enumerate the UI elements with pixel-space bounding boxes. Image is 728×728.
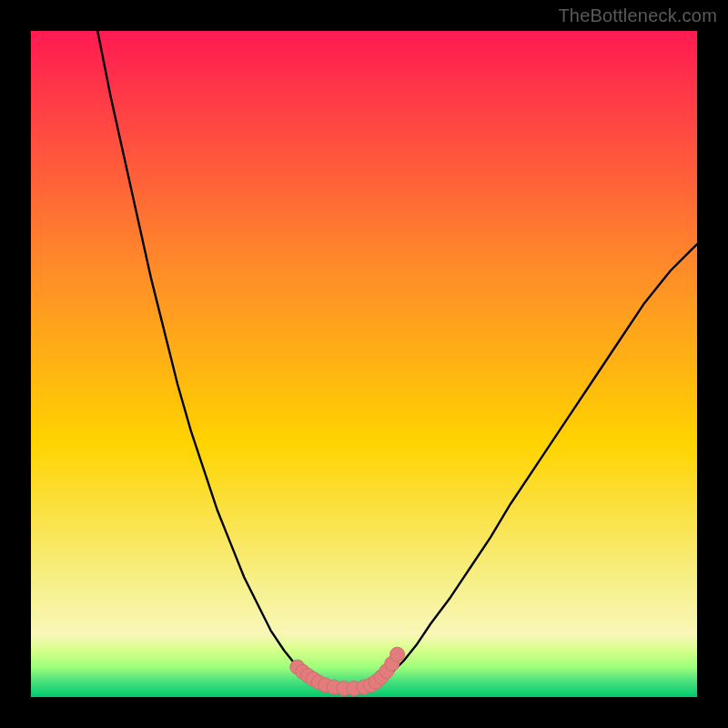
watermark-text: TheBottleneck.com [558,5,717,26]
gradient-background [31,31,697,697]
bottleneck-chart [31,31,697,697]
plot-area [31,31,697,697]
highlight-dot [390,647,405,662]
chart-frame: TheBottleneck.com [0,0,728,728]
